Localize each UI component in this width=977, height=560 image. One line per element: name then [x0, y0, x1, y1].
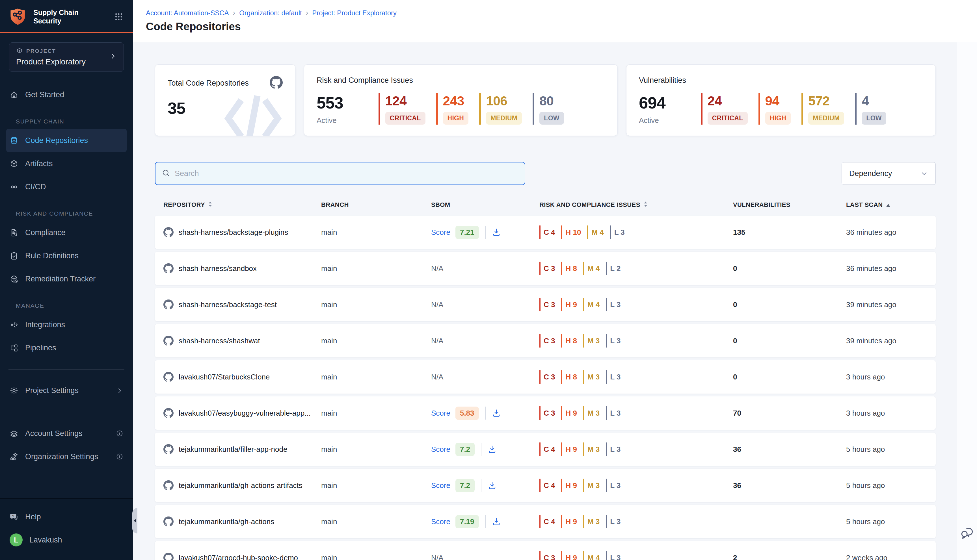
user-name: Lavakush — [29, 536, 62, 545]
issues-cell: C 4H 9M 3L 3 — [539, 442, 733, 456]
repo-name[interactable]: lavakush07/easybuggy-vulnerable-app... — [179, 409, 311, 418]
table-row[interactable]: tejakummarikuntla/gh-actions main Score … — [155, 505, 936, 538]
sidebar-item-account-settings[interactable]: Account Settings — [6, 422, 127, 445]
repo-name[interactable]: shash-harness/sandbox — [179, 264, 257, 273]
dependency-filter-select[interactable]: Dependency — [842, 162, 936, 185]
download-icon[interactable] — [492, 517, 501, 526]
sbom-cell: Score 7.19 — [431, 515, 539, 528]
table-row[interactable]: shash-harness/sandbox main N/A C 3H 8M 4… — [155, 252, 936, 285]
column-header-last-scan[interactable]: LAST SCAN — [846, 201, 936, 208]
issue-chip-low: L 2 — [606, 262, 621, 275]
branch: main — [321, 445, 431, 454]
toolbar: Dependency — [155, 162, 936, 185]
issues-cell: C 3H 9M 4L 3 — [539, 551, 733, 560]
severity-high: 94 HIGH — [758, 93, 791, 125]
breadcrumb-link[interactable]: Account: Automation-SSCA — [146, 9, 229, 17]
sidebar-item-project-settings[interactable]: Project Settings — [6, 379, 127, 402]
support-chat-icon[interactable] — [960, 525, 975, 542]
issue-chip-high: H 9 — [561, 298, 577, 312]
project-selector[interactable]: PROJECT Product Exploratory — [9, 42, 124, 72]
repo-name[interactable]: tejakummarikuntla/gh-actions-artifacts — [179, 481, 302, 490]
column-header-vulnerabilities[interactable]: VULNERABILITIES — [733, 201, 846, 208]
download-icon[interactable] — [488, 445, 497, 454]
github — [164, 444, 174, 454]
repo-name[interactable]: shash-harness/backstage-plugins — [179, 228, 288, 237]
download-icon[interactable] — [492, 228, 501, 237]
breadcrumb-link[interactable]: Organization: default — [239, 9, 302, 17]
sbom-na: N/A — [431, 300, 443, 309]
sbom-score-link[interactable]: Score — [431, 409, 450, 418]
sidebar-item-user[interactable]: L Lavakush — [6, 528, 127, 552]
issue-chip-low: L 3 — [606, 442, 621, 456]
github — [164, 408, 174, 418]
issue-chip-high: H 9 — [561, 406, 577, 420]
issue-chip-high: H 8 — [561, 262, 577, 275]
severity-badge: MEDIUM — [808, 112, 844, 125]
sidebar-item-label: Account Settings — [25, 429, 83, 438]
module-grid-icon[interactable] — [114, 12, 123, 21]
sidebar-item-artifacts[interactable]: Artifacts — [6, 152, 127, 175]
repo-name[interactable]: shash-harness/backstage-test — [179, 300, 277, 309]
sort-asc-icon — [886, 201, 890, 208]
severity-count: 24 — [708, 93, 748, 108]
sbom-score-link[interactable]: Score — [431, 445, 450, 454]
vulnerability-count: 2 — [733, 553, 846, 560]
sidebar-item-compliance[interactable]: Compliance — [6, 221, 127, 244]
issue-chip-critical: C 3 — [539, 262, 555, 275]
table-row[interactable]: lavakush07/easybuggy-vulnerable-app... m… — [155, 397, 936, 430]
sbom-cell: Score 7.2 — [431, 479, 539, 492]
sidebar-item-code-repositories[interactable]: Code Repositories — [6, 129, 127, 152]
sidebar-item-rule-definitions[interactable]: Rule Definitions — [6, 244, 127, 267]
issue-chip-critical: C 3 — [539, 551, 555, 560]
sidebar-item-pipelines[interactable]: Pipelines — [6, 336, 127, 359]
table-row[interactable]: shash-harness/backstage-plugins main Sco… — [155, 216, 936, 249]
brand-divider — [0, 32, 133, 33]
sidebar-item-organization-settings[interactable]: Organization Settings — [6, 445, 127, 468]
nav-section-label: MANAGE — [16, 302, 133, 309]
download-icon[interactable] — [492, 408, 501, 418]
last-scan: 36 minutes ago — [846, 228, 936, 237]
download-icon[interactable] — [488, 481, 497, 490]
project-label: PROJECT — [26, 48, 56, 54]
repo-name[interactable]: tejakummarikuntla/filler-app-node — [179, 445, 287, 454]
sbom-score-link[interactable]: Score — [431, 517, 450, 526]
last-scan: 3 hours ago — [846, 409, 936, 418]
table-row[interactable]: tejakummarikuntla/gh-actions-artifacts m… — [155, 469, 936, 502]
main: Account: Automation-SSCA›Organization: d… — [133, 0, 977, 560]
severity-count: 124 — [385, 93, 426, 108]
divider — [485, 515, 486, 528]
repo-name[interactable]: tejakummarikuntla/gh-actions — [179, 517, 274, 526]
issue-chip-low: L 3 — [606, 406, 621, 420]
column-header-branch[interactable]: BRANCH — [321, 201, 431, 208]
sidebar-item-get-started[interactable]: Get Started — [6, 83, 127, 106]
search-input[interactable] — [175, 169, 518, 178]
column-header-repository[interactable]: REPOSITORY — [155, 201, 321, 209]
sbom-score-link[interactable]: Score — [431, 228, 450, 237]
table-row[interactable]: shash-harness/shashwat main N/A C 3H 8M … — [155, 324, 936, 357]
github — [164, 263, 174, 273]
table-row[interactable]: lavakush07/StarbucksClone main N/A C 3H … — [155, 360, 936, 393]
repo-name[interactable]: shash-harness/shashwat — [179, 337, 260, 345]
sbom-score-badge: 7.19 — [456, 515, 479, 528]
sidebar-item-integrations[interactable]: Integrations — [6, 313, 127, 336]
table-row[interactable]: tejakummarikuntla/filler-app-node main S… — [155, 433, 936, 466]
severity-count: 572 — [808, 93, 844, 108]
vulnerabilities-subtitle: Active — [639, 116, 665, 125]
sidebar-collapse-handle[interactable] — [132, 508, 137, 533]
vulnerability-count: 70 — [733, 409, 846, 418]
brand: Supply ChainSecurity — [0, 0, 133, 32]
repo-name[interactable]: lavakush07/StarbucksClone — [179, 373, 270, 382]
column-header-sbom[interactable]: SBOM — [431, 201, 539, 208]
repo-name[interactable]: lavakush07/argocd-hub-spoke-demo — [179, 553, 298, 560]
sbom-score-link[interactable]: Score — [431, 481, 450, 490]
sidebar-item-remediation-tracker[interactable]: Remediation Tracker — [6, 267, 127, 290]
sidebar-item-help[interactable]: ? Help — [6, 505, 127, 528]
column-header-risk-and-compliance-issues[interactable]: RISK AND COMPLIANCE ISSUES — [539, 201, 733, 209]
issue-chip-critical: C 3 — [539, 298, 555, 312]
sidebar-item-label: Rule Definitions — [25, 252, 78, 260]
breadcrumb-link[interactable]: Project: Product Exploratory — [312, 9, 397, 17]
sidebar-item-ci-cd[interactable]: CI/CD — [6, 175, 127, 198]
table-row[interactable]: lavakush07/argocd-hub-spoke-demo main N/… — [155, 541, 936, 560]
table-row[interactable]: shash-harness/backstage-test main N/A C … — [155, 288, 936, 321]
breadcrumb: Account: Automation-SSCA›Organization: d… — [146, 8, 977, 17]
